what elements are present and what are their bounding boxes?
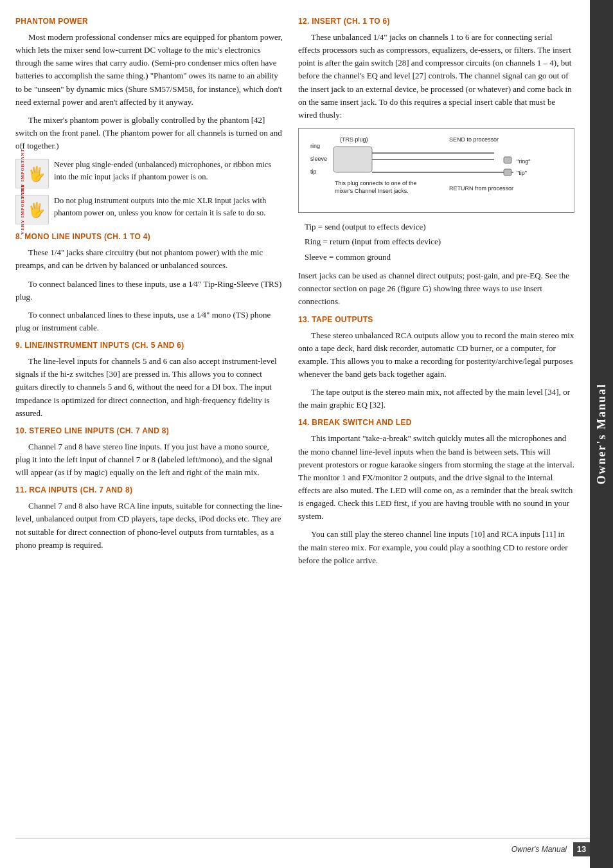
- phantom-para-2: The mixer's phantom power is globally co…: [15, 114, 285, 152]
- warning-box-2: VERY IMPORTANT 🖐 Do not plug instrument …: [15, 195, 285, 224]
- warning-text-1: Never plug single-ended (unbalanced) mic…: [54, 159, 285, 183]
- page-container: PHANTOM POWER Most modern professional c…: [0, 0, 613, 868]
- svg-text:sleeve: sleeve: [310, 156, 327, 162]
- svg-text:ring: ring: [310, 143, 320, 149]
- heading-line-instrument: 9. LINE/INSTRUMENT INPUTS (CH. 5 and 6): [15, 339, 285, 351]
- trs-tip: Tip = send (output to effects device): [305, 219, 574, 234]
- body-rca-inputs: Channel 7 and 8 also have RCA line input…: [15, 500, 285, 552]
- body-insert: These unbalanced 1/4" jacks on channels …: [298, 31, 574, 122]
- right-column: 12. INSERT (CH. 1 to 6) These unbalanced…: [298, 13, 574, 855]
- section-phantom-power: PHANTOM POWER Most modern professional c…: [15, 15, 285, 224]
- section-rca-inputs: 11. RCA INPUTS (CH. 7 and 8) Channel 7 a…: [15, 484, 285, 552]
- section-tape-outputs: 13. TAPE OUTPUTS These stereo unbalanced…: [298, 314, 574, 412]
- svg-text:SEND to processor: SEND to processor: [449, 136, 499, 143]
- page-footer: Owner's Manual 13: [15, 838, 590, 856]
- insert-after-para: Insert jacks can be used as channel dire…: [298, 269, 574, 308]
- rca-inputs-para-1: Channel 7 and 8 also have RCA line input…: [15, 500, 285, 552]
- svg-text:"tip": "tip": [517, 170, 527, 176]
- heading-phantom-power: PHANTOM POWER: [15, 15, 285, 27]
- tape-para-2: The tape output is the stereo main mix, …: [298, 386, 574, 411]
- trs-list: Tip = send (output to effects device) Ri…: [305, 219, 574, 264]
- body-break-switch: This important "take-a-break" switch qui…: [298, 432, 574, 566]
- tape-para-1: These stereo unbalanced RCA outputs allo…: [298, 329, 574, 381]
- svg-text:mixer's Channel Insert jacks.: mixer's Channel Insert jacks.: [335, 188, 409, 194]
- hand-icon-1: 🖐: [28, 163, 45, 185]
- svg-text:tip: tip: [310, 168, 317, 175]
- footer-manual-label: Owner's Manual: [511, 844, 567, 855]
- mono-line-para-1: These 1/4" jacks share circuitry (but no…: [15, 246, 285, 272]
- heading-insert: 12. INSERT (CH. 1 to 6): [298, 15, 574, 27]
- warning-icon-2: VERY IMPORTANT 🖐: [15, 195, 49, 224]
- svg-text:"ring": "ring": [517, 158, 530, 165]
- heading-stereo-line: 10. STEREO LINE INPUTS (CH. 7 and 8): [15, 425, 285, 437]
- svg-rect-17: [504, 157, 511, 163]
- break-para-1: This important "take-a-break" switch qui…: [298, 432, 574, 523]
- section-mono-line-inputs: 8. MONO LINE INPUTS (CH. 1 to 4) These 1…: [15, 231, 285, 334]
- trs-diagram-svg: ring sleeve tip (TRS plug): [305, 134, 567, 204]
- body-line-instrument: The line-level inputs for channels 5 and…: [15, 355, 285, 420]
- mono-line-para-2: To connect balanced lines to these input…: [15, 278, 285, 303]
- mono-line-para-3: To connect unbalanced lines to these inp…: [15, 309, 285, 334]
- insert-after-list: Insert jacks can be used as channel dire…: [298, 269, 574, 308]
- section-insert: 12. INSERT (CH. 1 to 6) These unbalanced…: [298, 15, 574, 309]
- stereo-line-para-1: Channel 7 and 8 have stereo line inputs.…: [15, 440, 285, 479]
- warning-text-2: Do not plug instrument outputs into the …: [54, 195, 285, 219]
- warning-box-1: VERY IMPORTANT 🖐 Never plug single-ended…: [15, 159, 285, 188]
- svg-text:(TRS plug): (TRS plug): [340, 136, 368, 143]
- body-tape-outputs: These stereo unbalanced RCA outputs allo…: [298, 329, 574, 412]
- heading-tape-outputs: 13. TAPE OUTPUTS: [298, 314, 574, 325]
- footer-page-number: 13: [573, 842, 590, 856]
- sidebar-tab: Owner's Manual: [590, 0, 613, 868]
- phantom-para-1: Most modern professional condenser mics …: [15, 31, 285, 109]
- body-mono-line: These 1/4" jacks share circuitry (but no…: [15, 246, 285, 334]
- break-para-2: You can still play the stereo channel li…: [298, 528, 574, 566]
- trs-ring: Ring = return (input from effects device…: [305, 234, 574, 249]
- section-line-instrument: 9. LINE/INSTRUMENT INPUTS (CH. 5 and 6) …: [15, 339, 285, 420]
- section-break-switch: 14. BREAK SWITCH and LED This important …: [298, 417, 574, 566]
- insert-diagram: ring sleeve tip (TRS plug): [298, 128, 574, 213]
- hand-icon-2: 🖐: [28, 199, 45, 221]
- sidebar-title: Owner's Manual: [593, 383, 610, 485]
- section-stereo-line: 10. STEREO LINE INPUTS (CH. 7 and 8) Cha…: [15, 425, 285, 479]
- svg-rect-4: [333, 147, 372, 172]
- heading-mono-line: 8. MONO LINE INPUTS (CH. 1 to 4): [15, 231, 285, 242]
- svg-text:RETURN from processor: RETURN from processor: [449, 185, 513, 192]
- svg-rect-14: [504, 169, 511, 176]
- heading-rca-inputs: 11. RCA INPUTS (CH. 7 and 8): [15, 484, 285, 496]
- line-instrument-para-1: The line-level inputs for channels 5 and…: [15, 355, 285, 420]
- svg-text:This plug connects to one of t: This plug connects to one of the: [335, 180, 417, 186]
- main-content: PHANTOM POWER Most modern professional c…: [0, 0, 590, 868]
- body-stereo-line: Channel 7 and 8 have stereo line inputs.…: [15, 440, 285, 479]
- heading-break-switch: 14. BREAK SWITCH and LED: [298, 417, 574, 428]
- trs-sleeve: Sleeve = common ground: [305, 249, 574, 264]
- body-phantom-power: Most modern professional condenser mics …: [15, 31, 285, 152]
- insert-para-1: These unbalanced 1/4" jacks on channels …: [298, 31, 574, 122]
- left-column: PHANTOM POWER Most modern professional c…: [15, 13, 285, 855]
- very-important-label-2: VERY IMPORTANT: [19, 185, 26, 235]
